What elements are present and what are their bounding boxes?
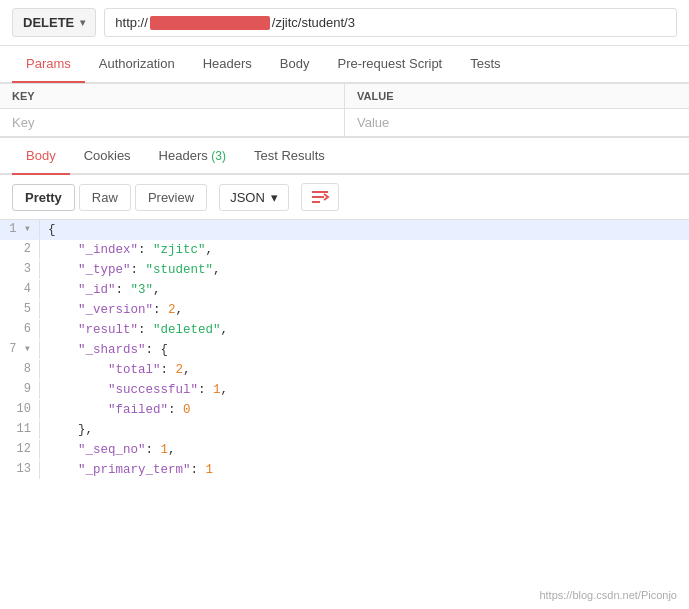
line-number: 1 ▾ (0, 220, 40, 239)
line-number: 13 (0, 460, 40, 479)
code-token: : (198, 383, 213, 397)
code-token: { (48, 223, 56, 237)
line-content: "_primary_term": 1 (48, 460, 689, 480)
code-token: "successful" (48, 383, 198, 397)
method-label: DELETE (23, 15, 74, 30)
line-number: 6 (0, 320, 40, 339)
code-token: 2 (168, 303, 176, 317)
code-line: 6 "result": "deleted", (0, 320, 689, 340)
code-token: : (161, 363, 176, 377)
code-token: "_seq_no" (48, 443, 146, 457)
resp-tab-body[interactable]: Body (12, 138, 70, 175)
code-token: "total" (48, 363, 161, 377)
line-number: 4 (0, 280, 40, 299)
resp-tab-test-results[interactable]: Test Results (240, 138, 339, 175)
method-dropdown[interactable]: DELETE ▾ (12, 8, 96, 37)
tab-authorization[interactable]: Authorization (85, 46, 189, 83)
code-token: "_shards" (48, 343, 146, 357)
code-line: 1 ▾{ (0, 220, 689, 240)
code-token: "_id" (48, 283, 116, 297)
format-dropdown[interactable]: JSON ▾ (219, 184, 289, 211)
code-token: 1 (161, 443, 169, 457)
response-tabs: Body Cookies Headers (3) Test Results (0, 137, 689, 175)
code-line: 2 "_index": "zjitc", (0, 240, 689, 260)
code-token: , (153, 283, 161, 297)
top-bar: DELETE ▾ http:// /zjitc/student/3 (0, 0, 689, 46)
code-line: 13 "_primary_term": 1 (0, 460, 689, 480)
code-line: 3 "_type": "student", (0, 260, 689, 280)
code-line: 9 "successful": 1, (0, 380, 689, 400)
code-token: : (131, 263, 146, 277)
method-chevron-icon: ▾ (80, 17, 85, 28)
tab-params[interactable]: Params (12, 46, 85, 83)
code-line: 7 ▾ "_shards": { (0, 340, 689, 360)
code-token: 1 (213, 383, 221, 397)
url-prefix: http:// (115, 15, 148, 30)
url-redacted (150, 16, 270, 30)
code-token: : { (146, 343, 169, 357)
watermark: https://blog.csdn.net/Piconjo (539, 589, 677, 601)
code-token: : (146, 443, 161, 457)
request-tabs: Params Authorization Headers Body Pre-re… (0, 46, 689, 83)
code-token: , (221, 323, 229, 337)
headers-badge: (3) (211, 149, 226, 163)
code-line: 5 "_version": 2, (0, 300, 689, 320)
key-cell[interactable]: Key (0, 109, 345, 137)
code-token: "_primary_term" (48, 463, 191, 477)
code-token: "deleted" (153, 323, 221, 337)
format-label: JSON (230, 190, 265, 205)
resp-tab-cookies[interactable]: Cookies (70, 138, 145, 175)
code-token: 2 (176, 363, 184, 377)
code-token: , (221, 383, 229, 397)
code-area: 1 ▾{2 "_index": "zjitc",3 "_type": "stud… (0, 220, 689, 480)
code-token: , (213, 263, 221, 277)
line-content: "_index": "zjitc", (48, 240, 689, 260)
code-token: "zjitc" (153, 243, 206, 257)
code-token: "_type" (48, 263, 131, 277)
code-token: , (168, 443, 176, 457)
preview-button[interactable]: Preview (135, 184, 207, 211)
code-token: 1 (206, 463, 214, 477)
code-token: : (116, 283, 131, 297)
code-token: "_index" (48, 243, 138, 257)
table-row: Key Value (0, 109, 689, 137)
col-value-header: VALUE (345, 84, 690, 109)
col-key-header: KEY (0, 84, 345, 109)
value-cell[interactable]: Value (345, 109, 690, 137)
code-line: 10 "failed": 0 (0, 400, 689, 420)
code-token: , (206, 243, 214, 257)
code-line: 12 "_seq_no": 1, (0, 440, 689, 460)
line-number: 7 ▾ (0, 340, 40, 359)
wrap-button[interactable] (301, 183, 339, 211)
line-content: "_shards": { (48, 340, 689, 360)
code-line: 11 }, (0, 420, 689, 440)
raw-button[interactable]: Raw (79, 184, 131, 211)
line-content: "total": 2, (48, 360, 689, 380)
tab-tests[interactable]: Tests (456, 46, 514, 83)
pretty-button[interactable]: Pretty (12, 184, 75, 211)
tab-prerequest[interactable]: Pre-request Script (323, 46, 456, 83)
code-token: "failed" (48, 403, 168, 417)
code-token: : (153, 303, 168, 317)
code-token: "_version" (48, 303, 153, 317)
url-bar[interactable]: http:// /zjitc/student/3 (104, 8, 677, 37)
code-token: 0 (183, 403, 191, 417)
tab-body[interactable]: Body (266, 46, 324, 83)
code-token: , (183, 363, 191, 377)
url-suffix: /zjitc/student/3 (272, 15, 355, 30)
line-content: "failed": 0 (48, 400, 689, 420)
line-content: "_type": "student", (48, 260, 689, 280)
resp-tab-headers[interactable]: Headers (3) (145, 138, 240, 175)
line-number: 5 (0, 300, 40, 319)
params-table: KEY VALUE Key Value (0, 83, 689, 137)
tab-headers[interactable]: Headers (189, 46, 266, 83)
wrap-icon (310, 188, 330, 206)
code-token: : (138, 323, 153, 337)
line-content: "_seq_no": 1, (48, 440, 689, 460)
line-number: 8 (0, 360, 40, 379)
line-number: 9 (0, 380, 40, 399)
code-token: "result" (48, 323, 138, 337)
code-token: "3" (131, 283, 154, 297)
line-content: "result": "deleted", (48, 320, 689, 340)
line-content: { (48, 220, 689, 240)
